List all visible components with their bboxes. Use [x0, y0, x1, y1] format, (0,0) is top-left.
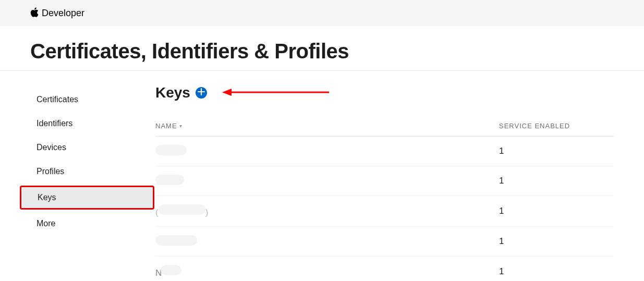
add-key-button[interactable]: [196, 87, 207, 99]
sidebar-item-certificates[interactable]: Certificates: [30, 90, 150, 109]
page-title-wrap: Certificates, Identifiers & Profiles: [0, 26, 644, 71]
cell-name: [155, 235, 499, 248]
apple-logo-icon: [30, 7, 39, 19]
annotation-arrow: [222, 88, 332, 99]
sidebar-item-devices[interactable]: Devices: [30, 138, 150, 157]
topbar: Developer: [0, 0, 644, 26]
cell-service: 1: [499, 146, 614, 156]
column-header-service[interactable]: SERVICE ENABLED: [499, 122, 614, 130]
keys-table: NAME ▾ SERVICE ENABLED 1 1 () 1 1: [155, 116, 614, 281]
sidebar-item-keys[interactable]: Keys: [22, 188, 152, 207]
cell-name: [155, 175, 499, 187]
plus-icon: [198, 88, 205, 97]
brand-label: Developer: [42, 8, 84, 19]
section-header: Keys: [155, 84, 614, 101]
cell-service: 1: [499, 206, 614, 216]
table-row[interactable]: 1: [155, 166, 614, 196]
main-content: Keys NAME ▾ SERVICE ENABLED: [150, 71, 614, 281]
table-row[interactable]: N 1: [155, 256, 614, 281]
section-title: Keys: [155, 84, 190, 101]
sidebar-item-identifiers[interactable]: Identifiers: [30, 114, 150, 133]
redacted-text: [155, 175, 184, 185]
brand[interactable]: Developer: [30, 7, 84, 19]
annotation-highlight-box: Keys: [20, 186, 154, 210]
cell-service: 1: [499, 176, 614, 186]
page-title: Certificates, Identifiers & Profiles: [30, 40, 614, 63]
cell-service: 1: [499, 266, 614, 277]
table-row[interactable]: () 1: [155, 196, 614, 227]
cell-name: N: [155, 265, 499, 278]
sidebar-item-more[interactable]: More: [30, 214, 150, 234]
table-row[interactable]: 1: [155, 137, 614, 166]
cell-name: [155, 145, 499, 157]
table-row[interactable]: 1: [155, 227, 614, 256]
redacted-text: [159, 204, 205, 215]
redacted-text: [161, 265, 181, 275]
cell-service: 1: [499, 236, 614, 247]
sort-caret-icon: ▾: [179, 123, 183, 129]
redacted-text: [155, 145, 187, 155]
column-header-name-label: NAME: [155, 122, 177, 130]
sidebar: Certificates Identifiers Devices Profile…: [30, 71, 150, 281]
redacted-text: [155, 235, 197, 246]
cell-name: (): [155, 204, 499, 218]
sidebar-item-profiles[interactable]: Profiles: [30, 162, 150, 181]
table-header: NAME ▾ SERVICE ENABLED: [155, 116, 614, 137]
column-header-name[interactable]: NAME ▾: [155, 122, 499, 130]
svg-marker-1: [222, 89, 232, 96]
